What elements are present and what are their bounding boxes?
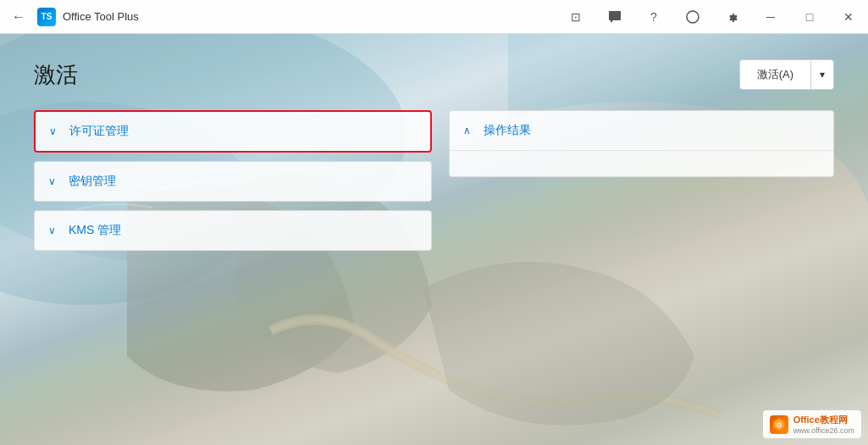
activate-dropdown-button[interactable]: ▾ xyxy=(810,59,834,90)
svg-point-2 xyxy=(687,11,699,23)
maximize-button[interactable]: □ xyxy=(790,0,829,34)
left-panel: ∨ 许可证管理 ∨ 密钥管理 ∨ KMS 管理 xyxy=(34,110,432,251)
accordion-key-label: 密钥管理 xyxy=(69,174,116,189)
minimize-button[interactable]: ─ xyxy=(751,0,790,34)
titlebar-left: ← TS Office Tool Plus xyxy=(0,5,139,29)
result-title: 操作结果 xyxy=(484,123,531,138)
pin-icon[interactable]: ⊡ xyxy=(556,0,595,34)
accordion-license: ∨ 许可证管理 xyxy=(34,110,432,153)
accordion-kms-chevron: ∨ xyxy=(48,225,62,236)
activate-button-group: 激活(A) ▾ xyxy=(739,59,834,90)
back-button[interactable]: ← xyxy=(7,5,30,29)
svg-text:O: O xyxy=(777,422,782,428)
back-icon: ← xyxy=(12,9,25,25)
result-body xyxy=(450,151,833,176)
accordion-key-header[interactable]: ∨ 密钥管理 xyxy=(35,162,431,201)
watermark-text-main: Office教程网 xyxy=(793,414,854,426)
accordion-kms-label: KMS 管理 xyxy=(69,223,121,238)
result-chevron: ∧ xyxy=(463,125,477,136)
info-icon[interactable] xyxy=(673,0,712,34)
accordion-license-chevron: ∨ xyxy=(49,125,63,137)
accordion-key-chevron: ∨ xyxy=(48,175,62,187)
result-panel: ∧ 操作结果 xyxy=(449,110,834,177)
settings-icon[interactable] xyxy=(712,0,751,34)
page-header: 激活 激活(A) ▾ xyxy=(34,59,834,90)
titlebar-right: ⊡ ? ─ □ ✕ xyxy=(556,0,868,34)
help-icon[interactable]: ? xyxy=(634,0,673,34)
app-title: Office Tool Plus xyxy=(63,10,139,23)
watermark-icon: O xyxy=(770,415,788,434)
app-icon: TS xyxy=(37,8,56,26)
close-button[interactable]: ✕ xyxy=(829,0,868,34)
watermark-text-group: Office教程网 www.office26.com xyxy=(793,414,854,435)
titlebar: ← TS Office Tool Plus ⊡ ? ─ □ ✕ xyxy=(0,0,868,34)
accordion-key: ∨ 密钥管理 xyxy=(34,161,432,202)
app-icon-label: TS xyxy=(41,12,53,21)
watermark-badge: O Office教程网 www.office26.com xyxy=(763,410,861,438)
accordion-license-label: 许可证管理 xyxy=(69,124,129,139)
panels-container: ∨ 许可证管理 ∨ 密钥管理 ∨ KMS 管理 xyxy=(34,110,834,251)
main-content: 激活 激活(A) ▾ ∨ 许可证管理 ∨ 密钥管理 xyxy=(0,34,868,445)
page-title: 激活 xyxy=(34,60,78,90)
activate-button[interactable]: 激活(A) xyxy=(739,59,810,90)
watermark-text-sub: www.office26.com xyxy=(793,426,854,435)
right-panel: ∧ 操作结果 xyxy=(449,110,834,251)
accordion-kms: ∨ KMS 管理 xyxy=(34,210,432,251)
chat-icon[interactable] xyxy=(595,0,634,34)
result-header: ∧ 操作结果 xyxy=(450,111,833,151)
accordion-kms-header[interactable]: ∨ KMS 管理 xyxy=(35,211,431,250)
accordion-license-header[interactable]: ∨ 许可证管理 xyxy=(36,112,430,151)
